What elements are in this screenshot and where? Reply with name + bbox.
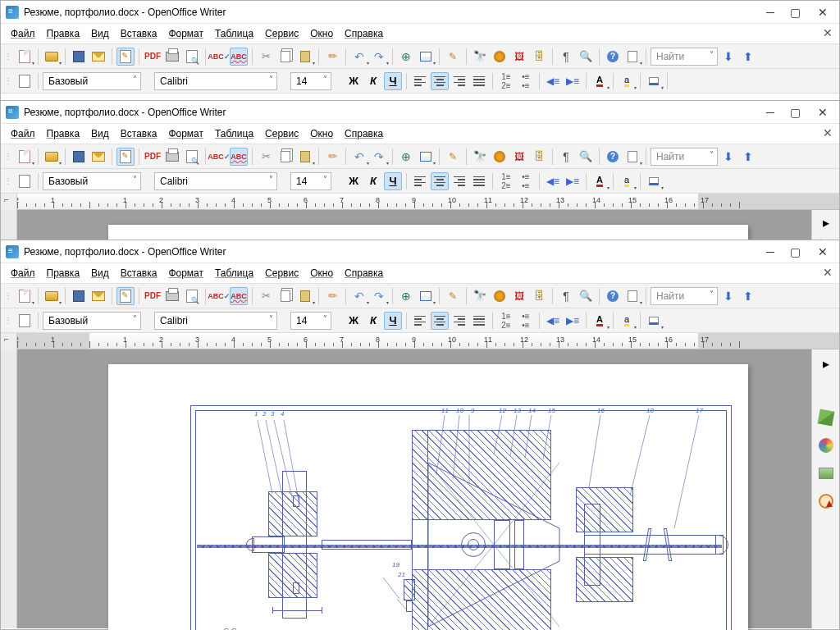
menu-help[interactable]: Справка: [340, 266, 388, 281]
find-combobox[interactable]: Найти: [651, 48, 718, 66]
help-button[interactable]: ?: [604, 287, 622, 305]
menu-format[interactable]: Формат: [163, 266, 208, 281]
maximize-button[interactable]: ▢: [790, 7, 800, 17]
print-button[interactable]: [163, 148, 181, 166]
align-left-button[interactable]: [411, 172, 429, 190]
font-size-select[interactable]: 14: [290, 72, 331, 90]
edit-mode-button[interactable]: [116, 148, 135, 166]
font-color-button[interactable]: A: [591, 72, 609, 90]
undo-button[interactable]: ↶: [350, 48, 368, 66]
minimize-button[interactable]: ─: [765, 7, 775, 17]
menu-window[interactable]: Окно: [305, 26, 338, 41]
menu-tools[interactable]: Сервис: [260, 266, 304, 281]
numbered-list-button[interactable]: 1≡2≡: [497, 312, 515, 330]
sidebar-toggle-icon[interactable]: ▸: [817, 354, 835, 372]
vertical-ruler[interactable]: [1, 349, 17, 628]
minimize-button[interactable]: ─: [765, 107, 775, 117]
menu-table[interactable]: Таблица: [210, 266, 258, 281]
copy-button[interactable]: [276, 148, 294, 166]
email-button[interactable]: [89, 287, 107, 305]
paragraph-style-select[interactable]: Базовый: [43, 312, 141, 330]
whatsthis-button[interactable]: [623, 148, 641, 166]
font-name-select[interactable]: Calibri: [154, 312, 277, 330]
insert-table-button[interactable]: [417, 48, 435, 66]
menu-edit[interactable]: Правка: [42, 266, 85, 281]
minimize-button[interactable]: ─: [765, 247, 775, 257]
find-replace-button[interactable]: 🔭: [471, 148, 489, 166]
zoom-button[interactable]: 🔍: [577, 48, 595, 66]
whatsthis-button[interactable]: [623, 48, 641, 66]
highlight-button[interactable]: a: [618, 172, 636, 190]
font-name-select[interactable]: Calibri: [154, 72, 277, 90]
font-color-button[interactable]: A: [591, 312, 609, 330]
undo-button[interactable]: ↶: [350, 287, 368, 305]
show-draw-button[interactable]: ✎: [444, 48, 462, 66]
menu-tools[interactable]: Сервис: [260, 26, 304, 41]
increase-indent-button[interactable]: ▶≡: [564, 312, 582, 330]
find-replace-button[interactable]: 🔭: [471, 287, 489, 305]
find-next-button[interactable]: ⬇: [719, 148, 737, 166]
bold-button[interactable]: Ж: [345, 312, 363, 330]
print-button[interactable]: [163, 287, 181, 305]
save-button[interactable]: [70, 287, 88, 305]
format-paintbrush-button[interactable]: ✐: [323, 287, 341, 305]
italic-button[interactable]: К: [364, 172, 382, 190]
menu-edit[interactable]: Правка: [42, 126, 85, 141]
document-close-icon[interactable]: ✕: [823, 126, 833, 139]
insert-table-button[interactable]: [417, 148, 435, 166]
italic-button[interactable]: К: [364, 312, 382, 330]
menu-file[interactable]: Файл: [6, 126, 40, 141]
menu-table[interactable]: Таблица: [210, 126, 258, 141]
spellcheck-button[interactable]: ABC✓: [210, 48, 228, 66]
paragraph-style-select[interactable]: Базовый: [43, 72, 141, 90]
bullet-list-button[interactable]: •≡•≡: [517, 172, 535, 190]
find-next-button[interactable]: ⬇: [719, 48, 737, 66]
help-button[interactable]: ?: [604, 148, 622, 166]
sidebar-gallery-icon[interactable]: [817, 464, 835, 482]
navigator-button[interactable]: [491, 48, 509, 66]
datasources-button[interactable]: 🗄: [530, 287, 548, 305]
italic-button[interactable]: К: [364, 72, 382, 90]
open-button[interactable]: [43, 287, 61, 305]
menu-view[interactable]: Вид: [86, 266, 114, 281]
decrease-indent-button[interactable]: ◀≡: [544, 172, 562, 190]
align-left-button[interactable]: [411, 72, 429, 90]
horizontal-ruler[interactable]: 211234567891011121314151617: [17, 194, 839, 210]
copy-button[interactable]: [276, 48, 294, 66]
find-prev-button[interactable]: ⬆: [739, 48, 757, 66]
export-pdf-button[interactable]: PDF: [144, 287, 162, 305]
autocheck-button[interactable]: ABC: [230, 287, 248, 305]
sidebar-3d-icon[interactable]: [817, 409, 835, 427]
undo-button[interactable]: ↶: [350, 148, 368, 166]
format-paintbrush-button[interactable]: ✐: [323, 48, 341, 66]
new-doc-button[interactable]: [16, 48, 34, 66]
underline-button[interactable]: Ч: [384, 172, 402, 190]
sidebar-styles-icon[interactable]: [817, 436, 835, 454]
edit-mode-button[interactable]: [116, 287, 135, 305]
datasources-button[interactable]: 🗄: [530, 148, 548, 166]
hyperlink-button[interactable]: ⊕: [397, 287, 415, 305]
navigator-button[interactable]: [491, 148, 509, 166]
document-area[interactable]: 1 2 3 4 11 10 9 12 13 14 15 16 18 17 19 …: [1, 349, 839, 628]
menu-window[interactable]: Окно: [305, 126, 338, 141]
find-replace-button[interactable]: 🔭: [471, 48, 489, 66]
autocheck-button[interactable]: ABC: [230, 48, 248, 66]
menu-insert[interactable]: Вставка: [116, 126, 162, 141]
new-doc-button[interactable]: [16, 287, 34, 305]
datasources-button[interactable]: 🗄: [530, 48, 548, 66]
paste-button[interactable]: [296, 148, 314, 166]
navigator-button[interactable]: [491, 287, 509, 305]
menu-tools[interactable]: Сервис: [260, 126, 304, 141]
horizontal-ruler[interactable]: 211234567891011121314151617: [17, 333, 839, 349]
find-next-button[interactable]: ⬇: [719, 287, 737, 305]
email-button[interactable]: [89, 148, 107, 166]
zoom-button[interactable]: 🔍: [577, 148, 595, 166]
find-combobox[interactable]: Найти: [651, 148, 718, 166]
nonprinting-button[interactable]: ¶: [557, 287, 575, 305]
gallery-button[interactable]: 🖼: [510, 148, 528, 166]
spellcheck-button[interactable]: ABC✓: [210, 287, 228, 305]
align-center-button[interactable]: [431, 312, 449, 330]
redo-button[interactable]: ↷: [370, 48, 388, 66]
paste-button[interactable]: [296, 287, 314, 305]
numbered-list-button[interactable]: 1≡2≡: [497, 72, 515, 90]
